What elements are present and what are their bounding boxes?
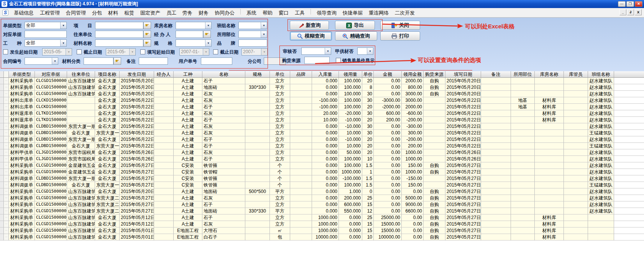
- table-row[interactable]: ⋯材料采购单CLCGD150000004山东百脉建筑:金石大厦2015年05月1…: [0, 214, 644, 221]
- table-row[interactable]: ⋯材料调拨单CLDBD150000001东营大厦一期金石大厦2015年05月22…: [0, 123, 644, 130]
- column-header-单据类型[interactable]: 单据类型: [9, 71, 35, 78]
- menu-item-窗口[interactable]: 窗口: [276, 9, 292, 17]
- team-select[interactable]: ▼: [238, 22, 267, 29]
- column-header-名称[interactable]: 名称: [202, 71, 245, 78]
- column-header-购货来源[interactable]: 购货来源: [424, 71, 445, 78]
- menu-item-材料[interactable]: 材料: [105, 9, 121, 17]
- column-header-所用部位[interactable]: 所用部位: [511, 71, 535, 78]
- close-window-button[interactable]: 关闭: [380, 21, 420, 30]
- material-name-picker-button[interactable]: ☛: [143, 39, 151, 47]
- menu-item-员工[interactable]: 员工: [163, 9, 179, 17]
- chevron-down-icon[interactable]: ▼: [205, 40, 211, 46]
- menu-item-快捷单据[interactable]: 快捷单据: [340, 9, 366, 17]
- occur-start-date[interactable]: 2015-05-28▼: [42, 48, 72, 56]
- material-class-input[interactable]: [84, 57, 113, 65]
- table-row[interactable]: ⋯材料出库单CLCKD150000001金石大厦2015年05月22日A土建石子…: [0, 104, 644, 110]
- handler-picker-button[interactable]: ☛: [203, 31, 211, 38]
- owner-supplied-select[interactable]: ▼: [357, 47, 373, 55]
- title-bar[interactable]: S 金石工程项目管理软件(网络集团版) 4.974 - [材料明细万能查询] —…: [0, 0, 644, 8]
- menu-item-租赁[interactable]: 租赁: [121, 9, 137, 17]
- table-row[interactable]: ⋯材料采购单CLCGD150000001山东百脉建筑:金石大厦2015年05月2…: [0, 91, 644, 97]
- brand-input[interactable]: [238, 39, 267, 47]
- column-header-发生日期[interactable]: 发生日期: [120, 71, 154, 78]
- chevron-down-icon[interactable]: ▼: [66, 49, 72, 55]
- chevron-down-icon[interactable]: ▼: [203, 49, 209, 55]
- table-row[interactable]: ⋯材料采购单CLCGD150000003山东百脉建筑:东营大厦二期2015年05…: [0, 201, 644, 208]
- print-button[interactable]: 打印: [380, 31, 420, 41]
- occur-end-checkbox[interactable]: [77, 49, 82, 54]
- menu-item-工程管理[interactable]: 工程管理: [37, 9, 63, 17]
- user-bill-no-input[interactable]: [201, 57, 232, 65]
- menu-item-二次开发[interactable]: 二次开发: [392, 9, 418, 17]
- chevron-down-icon[interactable]: ▼: [261, 49, 267, 55]
- chevron-down-icon[interactable]: ▼: [60, 40, 66, 46]
- handler-input[interactable]: [176, 31, 203, 38]
- table-row[interactable]: ⋯材料采购单CLCGD150000001山东百脉建筑:金石大厦2015年05月2…: [0, 84, 644, 91]
- ref-bill-input[interactable]: [25, 31, 67, 38]
- column-header-库管员[interactable]: 库管员: [564, 71, 588, 78]
- audited-select[interactable]: ▼: [301, 47, 331, 55]
- material-class-picker-button[interactable]: ☛: [113, 57, 121, 65]
- menu-item-重连网络[interactable]: 重连网络: [366, 9, 392, 17]
- table-row[interactable]: ⋯材料调拨单CLDBD150000001金石大厦东营大厦一期2015年05月22…: [0, 143, 644, 149]
- spec-select[interactable]: ▼: [176, 39, 212, 47]
- chevron-down-icon[interactable]: ▼: [367, 48, 373, 54]
- menu-item-劳务[interactable]: 劳务: [179, 9, 196, 17]
- table-row[interactable]: ⋯材料退库单CLTKD150000001金石大厦2015年05月22日A土建石子…: [0, 117, 644, 123]
- fuzzy-query-button[interactable]: 模糊查询: [290, 31, 332, 41]
- column-header-项目名称[interactable]: 项目名称: [95, 71, 120, 78]
- table-row[interactable]: ⋯材料出库单CLCKD150000001金石大厦2015年05月22日A土建石灰…: [0, 97, 644, 104]
- table-row[interactable]: ⋯材料甲供单CLJGD150000001东营市国税局金石大厦2015年05月26…: [0, 149, 644, 156]
- purchase-source-select[interactable]: [304, 57, 330, 64]
- chevron-down-icon[interactable]: ▼: [325, 48, 331, 54]
- export-button[interactable]: X 导出: [335, 21, 375, 30]
- contract-no-select[interactable]: ▼: [25, 57, 58, 65]
- bill-type-select[interactable]: 全部 ▼: [25, 22, 67, 29]
- chevron-down-icon[interactable]: ▼: [205, 22, 211, 29]
- column-header-单位[interactable]: 单位: [270, 71, 290, 78]
- mdi-close-button[interactable]: X: [635, 9, 642, 15]
- column-header-对应单据[interactable]: 对应单据: [35, 71, 67, 78]
- fill-end-date[interactable]: 2007-01-31▼: [242, 48, 268, 56]
- table-row[interactable]: ⋯材料采购单CLCGD150000005山东百脉建筑:金石大厦2015年05月0…: [0, 234, 644, 241]
- work-type-select[interactable]: 全部▼: [25, 39, 67, 47]
- menu-item-帮助[interactable]: 帮助: [260, 9, 276, 17]
- column-header-规格[interactable]: 规格: [245, 71, 270, 78]
- table-row[interactable]: ⋯材料调拨单CLDBD150000002金石大厦东营大厦一期2015年05月27…: [0, 182, 644, 188]
- chevron-down-icon[interactable]: ▼: [60, 22, 66, 29]
- column-header-领用金额[interactable]: 领用金额: [402, 71, 424, 78]
- new-query-button[interactable]: 新查询: [290, 21, 329, 30]
- material-name-input[interactable]: [95, 39, 143, 47]
- column-header-金额[interactable]: 金额: [374, 71, 402, 78]
- remark-input[interactable]: [139, 57, 168, 65]
- fill-start-date[interactable]: 2007-01-31▼: [179, 48, 209, 56]
- menu-item-基础信息[interactable]: 基础信息: [11, 9, 37, 17]
- counterpart-picker-button[interactable]: ☛: [143, 31, 151, 38]
- table-row[interactable]: ⋯材料采购单CLCGD150000003山东百脉建筑:东营大厦二期2015年05…: [0, 195, 644, 201]
- menu-item-固定资产[interactable]: 固定资产: [137, 9, 163, 17]
- table-row[interactable]: ⋯材料调拨单CLDBD150000002东营大厦一期金石大厦2015年05月27…: [0, 175, 644, 182]
- table-row[interactable]: ⋯材料调拨单CLDBD150000001金石大厦东营大厦一期2015年05月22…: [0, 130, 644, 136]
- menu-item-财务[interactable]: 财务: [196, 9, 212, 17]
- chevron-down-icon[interactable]: ▼: [261, 22, 267, 29]
- column-header-班组名称[interactable]: 班组名称: [588, 71, 614, 78]
- column-header-往来单位[interactable]: 往来单位: [67, 71, 95, 78]
- table-row[interactable]: ⋯材料采购单CLCGD150000002金星建筑五金:金石大厦2015年05月2…: [0, 169, 644, 175]
- menu-item-合同管理[interactable]: 合同管理: [63, 9, 89, 17]
- chevron-down-icon[interactable]: ▼: [129, 49, 135, 55]
- column-header-领用量[interactable]: 领用量: [339, 71, 362, 78]
- table-row[interactable]: ⋯材料甲供单CLJGD150000001东营市国税局金石大厦2015年05月26…: [0, 156, 644, 162]
- project-picker-button[interactable]: ☛: [143, 22, 151, 29]
- sales-price-display-checkbox[interactable]: [336, 58, 341, 63]
- chevron-down-icon[interactable]: ▼: [52, 58, 58, 64]
- table-row[interactable]: ⋯材料采购单CLCGD150000005山东百脉建筑:金石大厦2015年05月0…: [0, 227, 644, 234]
- close-button[interactable]: ✕: [635, 1, 642, 7]
- chevron-down-icon[interactable]: ▼: [261, 31, 267, 38]
- table-row[interactable]: ⋯材料退库单CLTKD150000001金石大厦2015年05月22日A土建石灰…: [0, 110, 644, 117]
- counterpart-input[interactable]: [95, 31, 143, 38]
- column-header-工种[interactable]: 工种: [174, 71, 202, 78]
- column-header-经办人[interactable]: 经办人: [154, 71, 174, 78]
- mdi-restore-button[interactable]: ∂: [627, 9, 634, 15]
- minimize-button[interactable]: —: [618, 1, 626, 7]
- column-header-备注[interactable]: 备注: [481, 71, 511, 78]
